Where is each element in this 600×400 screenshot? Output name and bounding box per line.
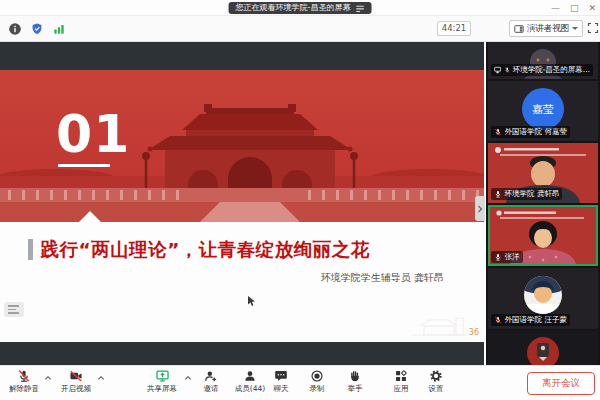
members-label: 成员(44) — [235, 384, 265, 394]
participant-name: 环境学院-昌圣的屏幕... — [513, 65, 590, 75]
participant-tile-video[interactable]: 环境学院 龚轩昂 — [488, 143, 598, 203]
layout-switch-icon[interactable] — [355, 4, 364, 13]
window-controls: — □ ✕ — [551, 0, 596, 16]
watching-banner: 您正在观看环境学院-昌圣的屏幕 — [229, 2, 372, 14]
avatar-initials: 嘉莹 — [532, 102, 554, 117]
shared-screen: 01 践行“两山理论”，让青春绽放绚丽之花 环境学院学生辅导员 龚轩昂 36 — [0, 42, 484, 365]
slide-page-number: 36 — [469, 328, 479, 337]
start-video-label: 开启视频 — [61, 384, 91, 394]
section-number-underline — [58, 164, 110, 167]
share-screen-label: 共享屏幕 — [147, 384, 177, 394]
mic-active-icon — [494, 190, 502, 198]
network-signal-icon[interactable] — [52, 22, 66, 36]
mic-muted-icon — [17, 369, 31, 383]
slide-banner: 01 — [0, 70, 484, 222]
security-shield-icon[interactable] — [30, 22, 44, 36]
participant-tile[interactable]: 嘉莹 外国语学院 何嘉莹 — [488, 81, 598, 141]
sidebar-collapse-handle[interactable] — [475, 196, 485, 221]
settings-label: 设置 — [429, 384, 444, 394]
chat-icon — [274, 369, 288, 383]
slide-body: 践行“两山理论”，让青春绽放绚丽之花 环境学院学生辅导员 龚轩昂 36 — [0, 222, 484, 342]
avatar: 嘉莹 — [522, 88, 564, 130]
view-mode-button[interactable]: 演讲者视图 — [509, 20, 583, 37]
raise-hand-button[interactable]: 举手 — [336, 369, 374, 394]
slide-section-number: 01 — [56, 104, 130, 164]
participant-name: 张洋 — [505, 252, 520, 262]
start-video-button[interactable]: 开启视频 — [54, 369, 98, 394]
participant-name: 外国语学院 何嘉莹 — [505, 127, 567, 137]
topbar: 44:21 演讲者视图 — [0, 16, 600, 42]
participant-tile[interactable]: 外国语学院 汪子蒙 — [488, 268, 598, 329]
slide-title: 践行“两山理论”，让青春绽放绚丽之花 — [41, 237, 370, 262]
share-screen-button[interactable]: 共享屏幕 — [140, 369, 184, 394]
presentation-top-bar — [0, 42, 484, 70]
gate-watermark — [410, 316, 468, 336]
mic-muted-icon — [504, 66, 510, 74]
chevron-down-icon — [572, 27, 578, 30]
leave-meeting-button[interactable]: 离开会议 — [527, 372, 595, 395]
record-button[interactable]: 录制 — [298, 369, 336, 394]
camera-off-icon — [68, 369, 84, 383]
participants-sidebar: 环境学院-昌圣的屏幕... 嘉莹 外国语学院 何嘉莹 环境学院 龚轩昂 — [486, 42, 600, 365]
mic-muted-icon — [494, 316, 502, 324]
apps-label: 应用 — [394, 384, 409, 394]
title-accent-bar — [28, 239, 33, 260]
meeting-info-icon[interactable] — [8, 22, 22, 36]
view-mode-label: 演讲者视图 — [527, 23, 570, 35]
bottom-toolbar: 解除静音 开启视频 共享屏幕 邀请 成员(44) 聊天 录制 — [0, 365, 600, 400]
meeting-window: 您正在观看环境学院-昌圣的屏幕 — □ ✕ 44:21 演讲者视图 — [0, 0, 600, 400]
avatar — [488, 331, 598, 365]
invite-label: 邀请 — [204, 384, 219, 394]
chevron-right-icon — [477, 204, 483, 214]
fullscreen-icon[interactable] — [587, 22, 599, 34]
unmute-button[interactable]: 解除静音 — [2, 369, 46, 394]
participant-tile-active-speaker[interactable]: 张洋 — [488, 205, 598, 266]
banner-notch — [79, 211, 101, 222]
watching-text: 您正在观看环境学院-昌圣的屏幕 — [236, 2, 351, 14]
screen-share-icon — [494, 66, 501, 74]
participant-tile-screen-share[interactable]: 环境学院-昌圣的屏幕... — [488, 42, 598, 79]
apps-button[interactable]: 应用 — [382, 369, 420, 394]
meeting-timer: 44:21 — [437, 21, 471, 36]
speaker-view-icon — [514, 24, 524, 34]
mic-options-chevron-icon[interactable] — [44, 374, 52, 382]
apps-icon — [394, 369, 408, 383]
titlebar: 您正在观看环境学院-昌圣的屏幕 — □ ✕ — [0, 0, 600, 16]
raise-hand-icon — [348, 369, 362, 383]
invite-icon — [204, 369, 218, 383]
share-screen-icon — [155, 369, 170, 383]
slide-subtitle: 环境学院学生辅导员 龚轩昂 — [321, 271, 444, 285]
chat-button[interactable]: 聊天 — [262, 369, 300, 394]
minimize-button[interactable]: — — [551, 0, 560, 16]
settings-gear-icon — [429, 369, 443, 383]
unmute-label: 解除静音 — [9, 384, 39, 394]
share-options-chevron-icon[interactable] — [184, 374, 192, 382]
record-icon — [310, 369, 324, 383]
mouse-cursor — [248, 296, 256, 307]
mic-muted-icon — [494, 128, 502, 136]
close-button[interactable]: ✕ — [588, 0, 596, 16]
settings-button[interactable]: 设置 — [417, 369, 455, 394]
slide-outline-button[interactable] — [4, 302, 24, 317]
maximize-button[interactable]: □ — [570, 0, 579, 16]
video-options-chevron-icon[interactable] — [97, 374, 105, 382]
participant-name: 外国语学院 汪子蒙 — [505, 315, 567, 325]
raise-hand-label: 举手 — [348, 384, 363, 394]
participant-name: 环境学院 龚轩昂 — [505, 189, 560, 199]
participant-tile-partial[interactable] — [488, 331, 598, 365]
presentation-bottom-bar — [0, 342, 484, 365]
record-label: 录制 — [310, 384, 325, 394]
mic-active-icon — [494, 253, 502, 261]
chat-label: 聊天 — [274, 384, 289, 394]
members-icon — [243, 369, 257, 383]
